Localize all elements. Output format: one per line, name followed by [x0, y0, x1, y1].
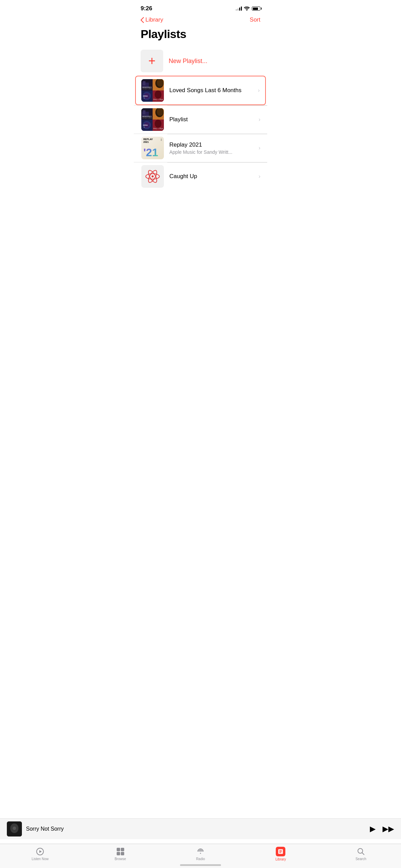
svg-rect-2	[143, 81, 145, 85]
playlist-name-playlist: Playlist	[169, 116, 188, 123]
atom-icon	[145, 169, 160, 184]
chevron-icon-playlist: ›	[259, 116, 260, 123]
artwork-q4b: Mary J. Blige	[153, 120, 164, 131]
playlist-name-loved: Loved Songs Last 6 Months	[169, 87, 242, 94]
playlist-info-loved: Loved Songs Last 6 Months	[169, 87, 253, 94]
artwork-q3: miss E	[141, 90, 153, 102]
back-label: Library	[145, 16, 163, 23]
artwork-q2b	[153, 108, 164, 120]
new-playlist-icon: +	[141, 50, 163, 72]
artwork-q1: MEMORIES DO NOT OPEN	[141, 79, 153, 90]
signal-icon	[236, 7, 242, 11]
nav-bar: Library Sort	[134, 15, 267, 26]
playlist-item-caught-up[interactable]: Caught Up ›	[134, 162, 267, 190]
playlist-info-caught-up: Caught Up	[169, 173, 253, 180]
playlist-item-loved-songs[interactable]: MEMORIES DO NOT OPEN miss E	[135, 76, 266, 105]
svg-text:DO NOT OPEN: DO NOT OPEN	[142, 117, 152, 119]
artwork-q1b: MEMORIES DO NOT OPEN	[141, 108, 153, 120]
caught-up-artwork	[141, 165, 164, 188]
svg-text:DO NOT OPEN: DO NOT OPEN	[142, 88, 152, 90]
artwork-q4: Mary J. Blige	[153, 90, 164, 102]
page-title: Playlists	[141, 27, 260, 41]
chevron-icon-replay: ›	[259, 145, 260, 151]
wifi-icon	[244, 7, 250, 11]
svg-point-35	[152, 175, 154, 177]
playlist-artwork-playlist: MEMORIES DO NOT OPEN miss E	[141, 108, 164, 131]
replay-year-text: '21	[143, 147, 158, 158]
artwork-q3b: miss E	[141, 120, 153, 131]
chevron-icon-caught-up: ›	[259, 173, 260, 179]
playlist-list: + New Playlist... MEMORIES DO NOT OPEN	[134, 46, 267, 190]
playlist-name-caught-up: Caught Up	[169, 173, 197, 179]
svg-point-30	[155, 120, 161, 128]
artwork-q2	[153, 79, 164, 90]
playlist-artwork-loved: MEMORIES DO NOT OPEN miss E	[141, 79, 164, 102]
playlist-item-playlist[interactable]: MEMORIES DO NOT OPEN miss E	[134, 105, 267, 134]
status-time: 9:26	[141, 5, 152, 12]
plus-icon: +	[148, 55, 155, 67]
svg-point-14	[155, 90, 161, 99]
playlist-name-replay: Replay 2021	[169, 141, 253, 149]
playlist-info-replay: Replay 2021 Apple Music for Sandy Writt.…	[169, 141, 253, 155]
playlist-info-playlist: Playlist	[169, 116, 253, 123]
new-playlist-item[interactable]: + New Playlist...	[134, 46, 267, 76]
replay-artwork: REPLAY 2021  '21	[141, 137, 164, 159]
svg-text:Mary J. Blige: Mary J. Blige	[153, 127, 163, 129]
page-title-section: Playlists	[134, 26, 267, 46]
playlist-subtitle-replay: Apple Music for Sandy Writt...	[169, 149, 253, 155]
back-button[interactable]: Library	[141, 16, 163, 23]
svg-text:Mary J. Blige: Mary J. Blige	[153, 98, 163, 100]
chevron-left-icon	[141, 17, 144, 23]
status-icons	[236, 7, 260, 11]
playlist-item-replay[interactable]: REPLAY 2021  '21 Replay 2021 Apple Musi…	[134, 134, 267, 162]
status-bar: 9:26	[134, 0, 267, 15]
battery-icon	[252, 7, 260, 11]
new-playlist-label: New Playlist...	[169, 58, 207, 65]
svg-rect-18	[143, 110, 145, 114]
sort-button[interactable]: Sort	[250, 16, 260, 23]
chevron-icon-loved: ›	[258, 87, 260, 94]
